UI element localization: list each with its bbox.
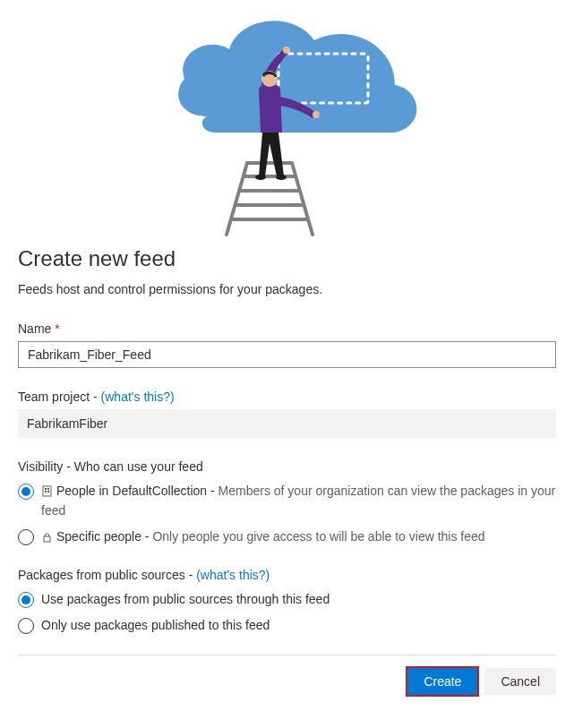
visibility-label: Visibility - Who can use your feed <box>18 459 556 474</box>
org-icon <box>41 484 53 502</box>
page-subtitle: Feeds host and control permissions for y… <box>18 282 556 296</box>
packages-public-label: Use packages from public sources through… <box>41 591 556 609</box>
packages-label: Packages from public sources - (what's t… <box>18 568 556 582</box>
svg-rect-16 <box>45 491 47 492</box>
packages-radio-public[interactable] <box>18 592 34 608</box>
svg-rect-15 <box>47 488 49 490</box>
lock-icon <box>41 530 53 548</box>
packages-option-public[interactable]: Use packages from public sources through… <box>18 591 556 609</box>
hero-illustration <box>18 0 556 237</box>
divider <box>18 655 556 655</box>
team-project-label: Team project - (what's this?) <box>18 390 556 404</box>
name-input[interactable] <box>18 341 556 368</box>
create-button[interactable]: Create <box>407 668 477 695</box>
svg-line-1 <box>227 163 247 235</box>
visibility-specific-title: Specific people - <box>56 529 152 544</box>
visibility-option-specific[interactable]: Specific people - Only people you give a… <box>18 528 556 548</box>
svg-rect-13 <box>43 486 51 496</box>
visibility-radio-org[interactable] <box>18 484 34 500</box>
svg-point-12 <box>276 175 287 180</box>
svg-point-8 <box>283 47 290 54</box>
visibility-radio-specific[interactable] <box>18 529 34 545</box>
packages-option-only[interactable]: Only use packages published to this feed <box>18 617 556 635</box>
cancel-button[interactable]: Cancel <box>484 668 556 695</box>
svg-line-2 <box>292 163 313 235</box>
button-row: Create Cancel <box>18 668 556 695</box>
visibility-org-title: People in DefaultCollection - <box>56 484 218 498</box>
packages-radio-only[interactable] <box>18 618 34 634</box>
svg-rect-14 <box>45 488 47 490</box>
svg-rect-17 <box>47 491 49 492</box>
svg-point-9 <box>313 111 320 118</box>
visibility-option-org[interactable]: People in DefaultCollection - Members of… <box>18 483 556 519</box>
team-project-value: FabrikamFiber <box>18 409 556 438</box>
team-project-help-link[interactable]: (what's this?) <box>101 390 175 404</box>
svg-rect-18 <box>44 536 50 542</box>
required-indicator: * <box>55 321 59 336</box>
packages-help-link[interactable]: (what's this?) <box>196 568 270 582</box>
name-label: Name * <box>18 321 556 336</box>
svg-point-11 <box>255 175 266 180</box>
packages-only-label: Only use packages published to this feed <box>41 617 556 635</box>
page-title: Create new feed <box>18 246 556 271</box>
visibility-specific-desc: Only people you give access to will be a… <box>152 529 484 544</box>
